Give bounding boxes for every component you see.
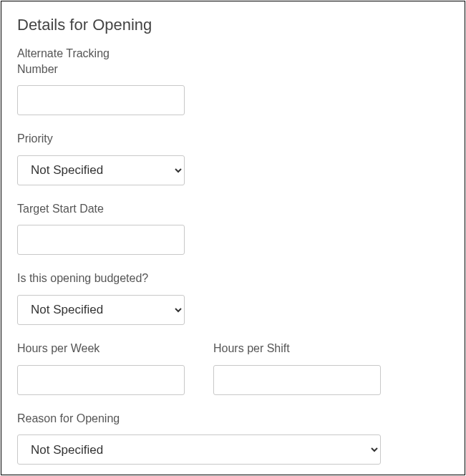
select-priority[interactable]: Not Specified — [17, 155, 185, 185]
group-budgeted: Is this opening budgeted? Not Specified — [17, 271, 185, 325]
input-target-start-date[interactable] — [17, 225, 185, 255]
input-hours-per-shift[interactable] — [213, 365, 381, 395]
label-reason-for-opening: Reason for Opening — [17, 411, 381, 427]
row-reason-for-opening: Reason for Opening Not Specified — [17, 411, 449, 465]
input-alternate-tracking[interactable] — [17, 85, 185, 115]
label-hours-per-week: Hours per Week — [17, 341, 185, 356]
group-hours-per-shift: Hours per Shift — [213, 341, 381, 395]
input-hours-per-week[interactable] — [17, 365, 185, 395]
select-reason-for-opening[interactable]: Not Specified — [17, 434, 381, 465]
form-panel: Details for Opening Alternate Tracking N… — [1, 1, 465, 475]
group-priority: Priority Not Specified — [17, 131, 185, 185]
label-priority: Priority — [17, 131, 185, 147]
section-title: Details for Opening — [17, 16, 449, 34]
group-alternate-tracking: Alternate Tracking Number — [17, 46, 185, 115]
row-target-start-date: Target Start Date — [17, 201, 449, 256]
label-budgeted: Is this opening budgeted? — [17, 271, 185, 286]
row-hours: Hours per Week Hours per Shift — [17, 341, 449, 395]
row-budgeted: Is this opening budgeted? Not Specified — [17, 271, 449, 325]
group-target-start-date: Target Start Date — [17, 201, 185, 256]
select-budgeted[interactable]: Not Specified — [17, 295, 185, 325]
label-alternate-tracking: Alternate Tracking Number — [17, 46, 146, 77]
row-alternate-tracking: Alternate Tracking Number — [17, 46, 449, 115]
group-reason-for-opening: Reason for Opening Not Specified — [17, 411, 381, 465]
row-priority: Priority Not Specified — [17, 131, 449, 185]
group-hours-per-week: Hours per Week — [17, 341, 185, 395]
label-hours-per-shift: Hours per Shift — [213, 341, 381, 356]
label-target-start-date: Target Start Date — [17, 201, 185, 217]
